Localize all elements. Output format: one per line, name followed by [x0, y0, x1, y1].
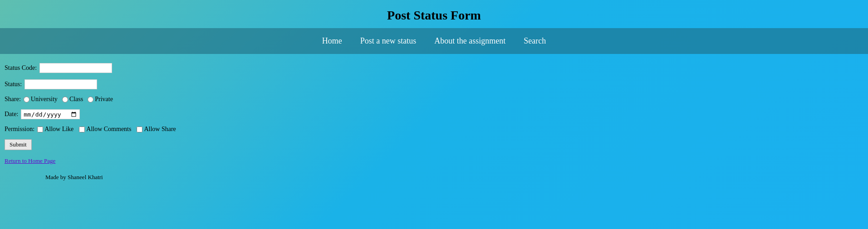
- share-private-radio[interactable]: [88, 97, 93, 102]
- status-row: Status:: [5, 79, 863, 89]
- return-home-link[interactable]: Return to Home Page: [5, 157, 55, 164]
- share-private-option[interactable]: Private: [88, 96, 113, 103]
- allow-comments-label: Allow Comments: [86, 126, 131, 133]
- status-code-label: Status Code:: [5, 64, 37, 72]
- post-status-form: Status Code: Status: Share: University C…: [5, 63, 863, 150]
- allow-like-label: Allow Like: [44, 126, 74, 133]
- allow-comments-checkbox[interactable]: [79, 127, 85, 132]
- date-label: Date:: [5, 111, 18, 118]
- permission-checkbox-group: Allow Like Allow Comments Allow Share: [37, 126, 176, 133]
- status-code-row: Status Code:: [5, 63, 863, 73]
- status-code-input[interactable]: [39, 63, 112, 73]
- nav-about-assignment[interactable]: About the assignment: [434, 36, 505, 46]
- submit-button[interactable]: Submit: [5, 139, 32, 150]
- share-class-radio[interactable]: [62, 97, 68, 102]
- date-input[interactable]: [21, 109, 80, 119]
- allow-comments-option[interactable]: Allow Comments: [79, 126, 131, 133]
- allow-like-option[interactable]: Allow Like: [37, 126, 74, 133]
- share-university-label: University: [31, 96, 58, 103]
- date-row: Date:: [5, 109, 863, 119]
- permission-row: Permission: Allow Like Allow Comments Al…: [5, 126, 863, 133]
- share-class-option[interactable]: Class: [62, 96, 83, 103]
- share-row: Share: University Class Private: [5, 96, 863, 103]
- allow-like-checkbox[interactable]: [37, 127, 43, 132]
- status-label: Status:: [5, 81, 22, 88]
- share-private-label: Private: [95, 96, 113, 103]
- allow-share-label: Allow Share: [144, 126, 176, 133]
- navigation: Home Post a new status About the assignm…: [0, 28, 868, 54]
- permission-label: Permission:: [5, 126, 34, 133]
- share-class-label: Class: [69, 96, 83, 103]
- status-input[interactable]: [25, 79, 97, 89]
- submit-row: Submit: [5, 139, 863, 150]
- allow-share-checkbox[interactable]: [137, 127, 142, 132]
- share-label: Share:: [5, 96, 21, 103]
- nav-search[interactable]: Search: [524, 36, 546, 46]
- share-university-radio[interactable]: [24, 97, 29, 102]
- footer-credit: Made by Shaneel Khatri: [45, 174, 863, 181]
- nav-home[interactable]: Home: [322, 36, 342, 46]
- allow-share-option[interactable]: Allow Share: [137, 126, 176, 133]
- share-radio-group: University Class Private: [24, 96, 113, 103]
- page-title: Post Status Form: [0, 8, 868, 23]
- share-university-option[interactable]: University: [24, 96, 58, 103]
- nav-post-status[interactable]: Post a new status: [360, 36, 417, 46]
